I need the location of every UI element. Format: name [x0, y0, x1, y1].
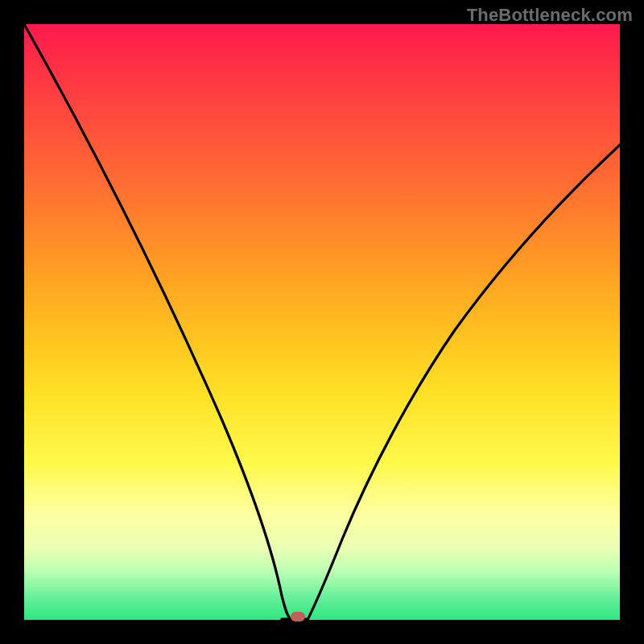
bottleneck-curve: [24, 24, 620, 620]
curve-right-branch: [308, 145, 620, 620]
plot-area: [24, 24, 620, 620]
watermark-text: TheBottleneck.com: [467, 5, 633, 26]
minimum-marker: [291, 612, 305, 621]
chart-frame: TheBottleneck.com: [0, 0, 644, 644]
curve-left-branch: [24, 24, 291, 620]
